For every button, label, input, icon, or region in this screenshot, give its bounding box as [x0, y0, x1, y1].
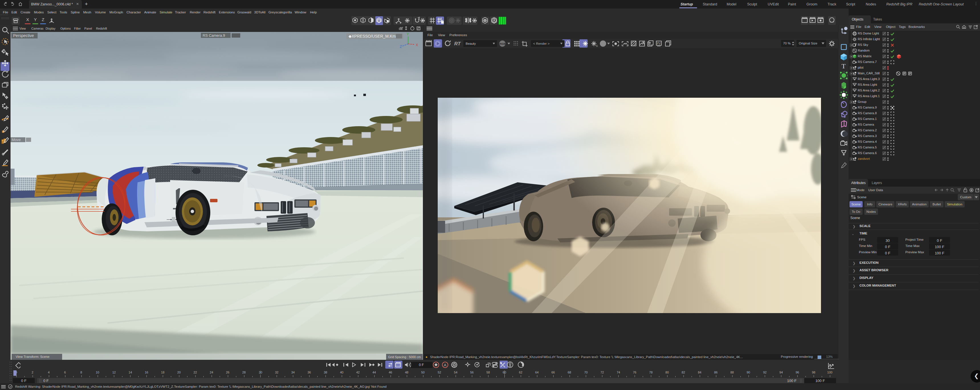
- svg-text:X: X: [416, 43, 418, 47]
- svg-text:< Render >: < Render >: [533, 42, 550, 45]
- svg-text:0 F: 0 F: [419, 363, 424, 367]
- svg-text:PV: PV: [657, 42, 661, 45]
- svg-text:G: G: [596, 45, 598, 47]
- svg-text:Beauty: Beauty: [466, 42, 476, 45]
- svg-text:RGB: RGB: [500, 42, 506, 45]
- svg-text:◆XPRESSO/USER_M.Km/h: ◆XPRESSO/USER_M.Km/h: [348, 34, 399, 38]
- svg-text:Z: Z: [400, 45, 402, 49]
- svg-text:RT: RT: [454, 41, 461, 46]
- svg-text:Perspective: Perspective: [13, 33, 34, 38]
- svg-text:RS Camera.9: RS Camera.9: [203, 33, 225, 38]
- svg-text:A: A: [444, 363, 447, 367]
- svg-text:T: T: [842, 62, 846, 70]
- svg-text:Y: Y: [407, 32, 409, 36]
- svg-text:Move: Move: [12, 138, 21, 142]
